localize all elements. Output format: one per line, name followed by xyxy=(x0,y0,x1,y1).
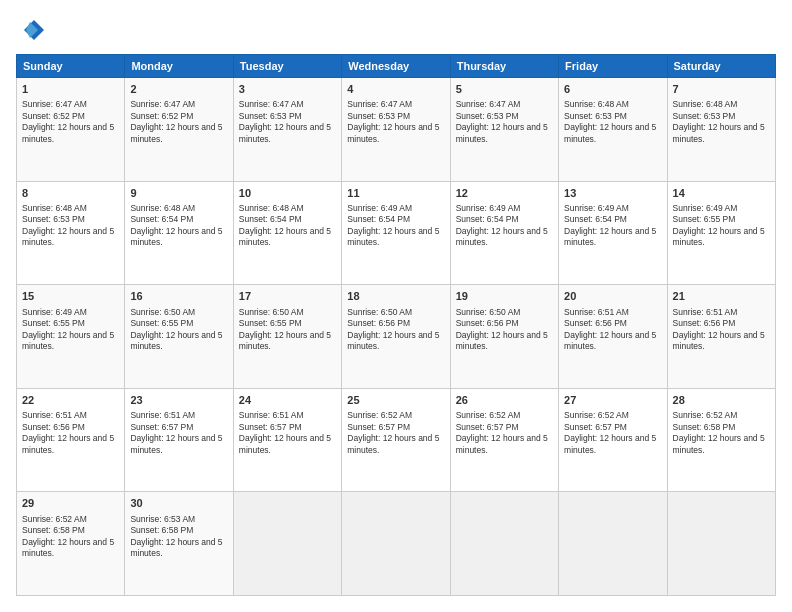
day-content: Sunrise: 6:51 AMSunset: 6:57 PMDaylight:… xyxy=(130,410,227,456)
day-content: Sunrise: 6:47 AMSunset: 6:52 PMDaylight:… xyxy=(130,99,227,145)
calendar-cell: 26Sunrise: 6:52 AMSunset: 6:57 PMDayligh… xyxy=(450,388,558,492)
day-number: 13 xyxy=(564,186,661,201)
day-number: 5 xyxy=(456,82,553,97)
day-content: Sunrise: 6:49 AMSunset: 6:54 PMDaylight:… xyxy=(456,203,553,249)
day-number: 28 xyxy=(673,393,770,408)
calendar-cell: 17Sunrise: 6:50 AMSunset: 6:55 PMDayligh… xyxy=(233,285,341,389)
day-number: 9 xyxy=(130,186,227,201)
day-content: Sunrise: 6:52 AMSunset: 6:57 PMDaylight:… xyxy=(564,410,661,456)
day-number: 24 xyxy=(239,393,336,408)
weekday-thursday: Thursday xyxy=(450,55,558,78)
day-content: Sunrise: 6:51 AMSunset: 6:56 PMDaylight:… xyxy=(673,307,770,353)
calendar-cell: 8Sunrise: 6:48 AMSunset: 6:53 PMDaylight… xyxy=(17,181,125,285)
week-row-4: 22Sunrise: 6:51 AMSunset: 6:56 PMDayligh… xyxy=(17,388,776,492)
calendar-cell: 30Sunrise: 6:53 AMSunset: 6:58 PMDayligh… xyxy=(125,492,233,596)
calendar-cell: 5Sunrise: 6:47 AMSunset: 6:53 PMDaylight… xyxy=(450,78,558,182)
calendar-cell xyxy=(450,492,558,596)
weekday-header-row: SundayMondayTuesdayWednesdayThursdayFrid… xyxy=(17,55,776,78)
day-content: Sunrise: 6:49 AMSunset: 6:55 PMDaylight:… xyxy=(673,203,770,249)
header xyxy=(16,16,776,44)
weekday-monday: Monday xyxy=(125,55,233,78)
day-content: Sunrise: 6:48 AMSunset: 6:53 PMDaylight:… xyxy=(22,203,119,249)
calendar-cell: 29Sunrise: 6:52 AMSunset: 6:58 PMDayligh… xyxy=(17,492,125,596)
day-number: 18 xyxy=(347,289,444,304)
day-number: 29 xyxy=(22,496,119,511)
day-number: 12 xyxy=(456,186,553,201)
calendar-cell: 22Sunrise: 6:51 AMSunset: 6:56 PMDayligh… xyxy=(17,388,125,492)
day-content: Sunrise: 6:48 AMSunset: 6:54 PMDaylight:… xyxy=(239,203,336,249)
calendar-cell: 10Sunrise: 6:48 AMSunset: 6:54 PMDayligh… xyxy=(233,181,341,285)
day-number: 1 xyxy=(22,82,119,97)
calendar-cell: 14Sunrise: 6:49 AMSunset: 6:55 PMDayligh… xyxy=(667,181,775,285)
day-number: 17 xyxy=(239,289,336,304)
day-number: 22 xyxy=(22,393,119,408)
day-content: Sunrise: 6:47 AMSunset: 6:53 PMDaylight:… xyxy=(239,99,336,145)
day-content: Sunrise: 6:52 AMSunset: 6:58 PMDaylight:… xyxy=(22,514,119,560)
day-number: 27 xyxy=(564,393,661,408)
weekday-tuesday: Tuesday xyxy=(233,55,341,78)
calendar-cell: 2Sunrise: 6:47 AMSunset: 6:52 PMDaylight… xyxy=(125,78,233,182)
calendar-cell: 4Sunrise: 6:47 AMSunset: 6:53 PMDaylight… xyxy=(342,78,450,182)
calendar-cell: 15Sunrise: 6:49 AMSunset: 6:55 PMDayligh… xyxy=(17,285,125,389)
week-row-2: 8Sunrise: 6:48 AMSunset: 6:53 PMDaylight… xyxy=(17,181,776,285)
day-number: 8 xyxy=(22,186,119,201)
calendar-cell: 11Sunrise: 6:49 AMSunset: 6:54 PMDayligh… xyxy=(342,181,450,285)
day-content: Sunrise: 6:51 AMSunset: 6:56 PMDaylight:… xyxy=(22,410,119,456)
day-content: Sunrise: 6:48 AMSunset: 6:53 PMDaylight:… xyxy=(673,99,770,145)
day-content: Sunrise: 6:48 AMSunset: 6:53 PMDaylight:… xyxy=(564,99,661,145)
calendar-cell: 18Sunrise: 6:50 AMSunset: 6:56 PMDayligh… xyxy=(342,285,450,389)
day-content: Sunrise: 6:50 AMSunset: 6:56 PMDaylight:… xyxy=(347,307,444,353)
day-number: 19 xyxy=(456,289,553,304)
day-content: Sunrise: 6:50 AMSunset: 6:55 PMDaylight:… xyxy=(239,307,336,353)
day-content: Sunrise: 6:47 AMSunset: 6:53 PMDaylight:… xyxy=(456,99,553,145)
calendar-cell: 13Sunrise: 6:49 AMSunset: 6:54 PMDayligh… xyxy=(559,181,667,285)
day-content: Sunrise: 6:52 AMSunset: 6:57 PMDaylight:… xyxy=(456,410,553,456)
week-row-1: 1Sunrise: 6:47 AMSunset: 6:52 PMDaylight… xyxy=(17,78,776,182)
calendar-cell xyxy=(559,492,667,596)
logo-icon xyxy=(16,16,44,44)
page: SundayMondayTuesdayWednesdayThursdayFrid… xyxy=(0,0,792,612)
day-number: 21 xyxy=(673,289,770,304)
day-number: 15 xyxy=(22,289,119,304)
calendar-cell: 3Sunrise: 6:47 AMSunset: 6:53 PMDaylight… xyxy=(233,78,341,182)
week-row-5: 29Sunrise: 6:52 AMSunset: 6:58 PMDayligh… xyxy=(17,492,776,596)
day-content: Sunrise: 6:49 AMSunset: 6:54 PMDaylight:… xyxy=(347,203,444,249)
day-content: Sunrise: 6:53 AMSunset: 6:58 PMDaylight:… xyxy=(130,514,227,560)
day-content: Sunrise: 6:52 AMSunset: 6:58 PMDaylight:… xyxy=(673,410,770,456)
week-row-3: 15Sunrise: 6:49 AMSunset: 6:55 PMDayligh… xyxy=(17,285,776,389)
day-number: 6 xyxy=(564,82,661,97)
calendar-cell: 16Sunrise: 6:50 AMSunset: 6:55 PMDayligh… xyxy=(125,285,233,389)
calendar-cell: 1Sunrise: 6:47 AMSunset: 6:52 PMDaylight… xyxy=(17,78,125,182)
day-number: 16 xyxy=(130,289,227,304)
calendar-cell: 6Sunrise: 6:48 AMSunset: 6:53 PMDaylight… xyxy=(559,78,667,182)
day-content: Sunrise: 6:49 AMSunset: 6:54 PMDaylight:… xyxy=(564,203,661,249)
weekday-friday: Friday xyxy=(559,55,667,78)
day-number: 23 xyxy=(130,393,227,408)
day-number: 14 xyxy=(673,186,770,201)
day-number: 3 xyxy=(239,82,336,97)
calendar-cell: 9Sunrise: 6:48 AMSunset: 6:54 PMDaylight… xyxy=(125,181,233,285)
calendar-cell: 28Sunrise: 6:52 AMSunset: 6:58 PMDayligh… xyxy=(667,388,775,492)
day-number: 2 xyxy=(130,82,227,97)
day-content: Sunrise: 6:52 AMSunset: 6:57 PMDaylight:… xyxy=(347,410,444,456)
day-content: Sunrise: 6:47 AMSunset: 6:53 PMDaylight:… xyxy=(347,99,444,145)
day-content: Sunrise: 6:50 AMSunset: 6:55 PMDaylight:… xyxy=(130,307,227,353)
day-number: 26 xyxy=(456,393,553,408)
calendar-cell xyxy=(667,492,775,596)
day-number: 25 xyxy=(347,393,444,408)
calendar-cell: 25Sunrise: 6:52 AMSunset: 6:57 PMDayligh… xyxy=(342,388,450,492)
calendar-cell: 20Sunrise: 6:51 AMSunset: 6:56 PMDayligh… xyxy=(559,285,667,389)
calendar-cell xyxy=(233,492,341,596)
day-content: Sunrise: 6:51 AMSunset: 6:56 PMDaylight:… xyxy=(564,307,661,353)
weekday-saturday: Saturday xyxy=(667,55,775,78)
day-content: Sunrise: 6:50 AMSunset: 6:56 PMDaylight:… xyxy=(456,307,553,353)
calendar-cell: 19Sunrise: 6:50 AMSunset: 6:56 PMDayligh… xyxy=(450,285,558,389)
logo xyxy=(16,16,46,44)
day-number: 11 xyxy=(347,186,444,201)
calendar-cell: 24Sunrise: 6:51 AMSunset: 6:57 PMDayligh… xyxy=(233,388,341,492)
day-content: Sunrise: 6:51 AMSunset: 6:57 PMDaylight:… xyxy=(239,410,336,456)
day-content: Sunrise: 6:47 AMSunset: 6:52 PMDaylight:… xyxy=(22,99,119,145)
day-number: 7 xyxy=(673,82,770,97)
calendar-cell: 23Sunrise: 6:51 AMSunset: 6:57 PMDayligh… xyxy=(125,388,233,492)
day-number: 30 xyxy=(130,496,227,511)
